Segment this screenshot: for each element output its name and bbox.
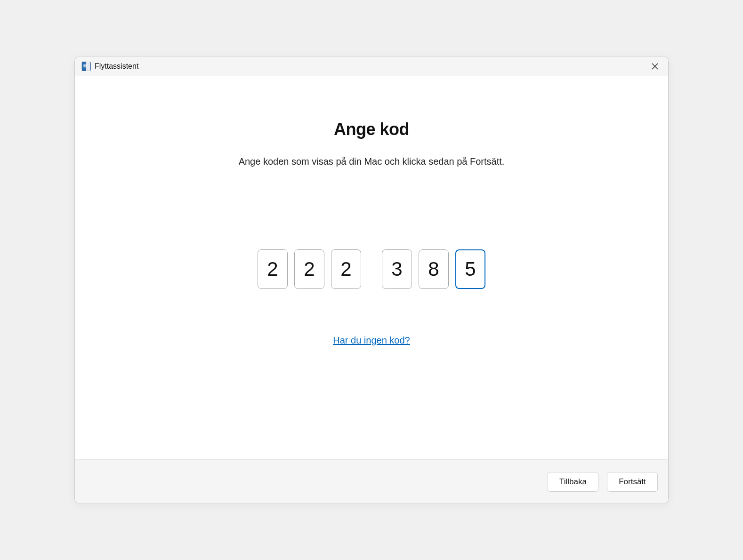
page-subtext: Ange koden som visas på din Mac och klic… bbox=[239, 156, 505, 167]
code-entry-row: 2 2 2 3 8 5 bbox=[258, 249, 485, 289]
titlebar: Flyttassistent bbox=[75, 56, 668, 76]
code-digit-2[interactable]: 2 bbox=[294, 249, 324, 289]
app-window: Flyttassistent Ange kod Ange koden som v… bbox=[74, 56, 669, 504]
window-title: Flyttassistent bbox=[95, 62, 138, 71]
page-heading: Ange kod bbox=[334, 120, 409, 139]
code-digit-3[interactable]: 2 bbox=[331, 249, 361, 289]
no-code-link[interactable]: Har du ingen kod? bbox=[333, 335, 410, 346]
back-button[interactable]: Tillbaka bbox=[548, 472, 598, 492]
migration-assistant-icon bbox=[81, 62, 91, 71]
continue-button[interactable]: Fortsätt bbox=[607, 472, 658, 492]
close-button[interactable] bbox=[645, 56, 665, 76]
main-content: Ange kod Ange koden som visas på din Mac… bbox=[75, 76, 668, 459]
close-icon bbox=[652, 63, 658, 70]
footer-bar: Tillbaka Fortsätt bbox=[75, 459, 668, 504]
code-digit-1[interactable]: 2 bbox=[258, 249, 288, 289]
code-digit-5[interactable]: 8 bbox=[419, 249, 449, 289]
code-digit-4[interactable]: 3 bbox=[382, 249, 412, 289]
code-digit-6[interactable]: 5 bbox=[455, 249, 485, 289]
code-group-left: 2 2 2 bbox=[258, 249, 361, 289]
code-group-right: 3 8 5 bbox=[382, 249, 485, 289]
